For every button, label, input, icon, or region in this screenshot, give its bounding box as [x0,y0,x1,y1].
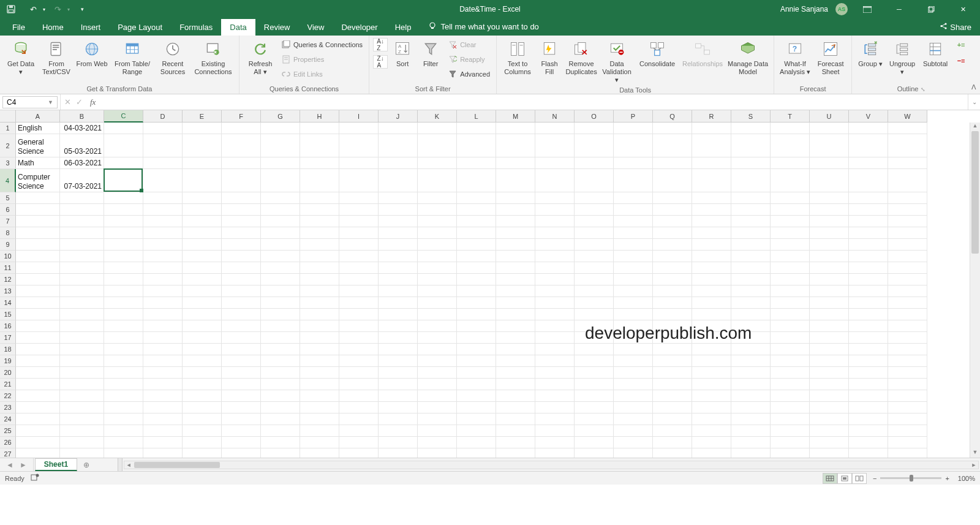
cell[interactable] [771,320,810,332]
cell[interactable] [653,425,692,437]
cell[interactable] [457,297,496,309]
cell[interactable] [183,169,222,192]
cell[interactable] [614,309,653,320]
cell[interactable] [653,402,692,414]
cell[interactable] [60,239,104,251]
cell[interactable] [810,390,849,402]
cell[interactable] [222,262,261,274]
row-header[interactable]: 24 [0,414,16,425]
row-header[interactable]: 20 [0,367,16,379]
cell[interactable] [771,251,810,262]
cell[interactable] [535,251,575,262]
cell[interactable] [104,251,143,262]
cell[interactable] [300,227,339,239]
cell[interactable] [849,379,888,390]
cell[interactable] [379,297,418,309]
cell[interactable]: General Science [16,134,60,157]
cell[interactable] [261,157,300,169]
ungroup-button[interactable]: Ungroup ▾ [886,38,918,77]
cell[interactable] [183,390,222,402]
cell[interactable] [339,285,379,297]
cell[interactable] [457,402,496,414]
cell[interactable] [653,239,692,251]
cell[interactable] [849,251,888,262]
cell[interactable] [222,169,261,192]
cell[interactable] [849,157,888,169]
cell[interactable] [692,169,731,192]
cell[interactable] [339,379,379,390]
cell[interactable] [810,320,849,332]
cell[interactable] [183,192,222,204]
cell[interactable] [496,216,535,227]
cell[interactable] [810,367,849,379]
cell[interactable] [810,344,849,355]
row-header[interactable]: 22 [0,390,16,402]
cell[interactable] [653,379,692,390]
cell[interactable] [457,239,496,251]
cell[interactable] [222,355,261,367]
cell[interactable] [614,285,653,297]
column-header[interactable]: G [261,110,300,123]
cell[interactable] [771,274,810,285]
cell[interactable] [653,157,692,169]
cell[interactable] [104,332,143,344]
cell[interactable] [300,379,339,390]
cell[interactable] [183,134,222,157]
cell[interactable] [418,274,457,285]
cell[interactable] [379,414,418,425]
cell[interactable] [888,157,927,169]
cell[interactable] [849,204,888,216]
cell[interactable] [535,355,575,367]
cell[interactable] [183,123,222,134]
cell[interactable] [771,204,810,216]
cell[interactable] [810,157,849,169]
cell[interactable] [261,437,300,448]
cell[interactable] [614,204,653,216]
page-layout-view-icon[interactable] [837,473,852,484]
cell[interactable] [810,169,849,192]
cell[interactable] [888,414,927,425]
cell[interactable] [496,251,535,262]
reapply-button[interactable]: Reapply [445,53,492,66]
cell[interactable] [60,204,104,216]
cell[interactable] [16,297,60,309]
cell[interactable] [653,285,692,297]
cell[interactable] [104,367,143,379]
cell[interactable] [496,414,535,425]
cell[interactable] [535,204,575,216]
cell[interactable] [16,437,60,448]
cell[interactable] [771,227,810,239]
cell[interactable] [810,425,849,437]
what-if-button[interactable]: ? What-If Analysis ▾ [778,38,812,77]
cell[interactable] [653,251,692,262]
cell[interactable] [771,355,810,367]
formula-input[interactable] [99,96,968,108]
cell[interactable] [183,355,222,367]
cell[interactable] [457,169,496,192]
cell[interactable] [771,437,810,448]
cell[interactable] [692,134,731,157]
cell[interactable] [535,262,575,274]
cell[interactable] [379,123,418,134]
cell[interactable] [300,216,339,227]
cell[interactable] [692,285,731,297]
row-header[interactable]: 12 [0,274,16,285]
cell[interactable] [300,297,339,309]
cell[interactable] [418,251,457,262]
cell[interactable] [418,309,457,320]
column-header[interactable]: R [692,110,731,123]
cell[interactable] [692,379,731,390]
cell[interactable] [810,123,849,134]
cell[interactable] [535,157,575,169]
cell[interactable] [771,332,810,344]
cell[interactable] [261,169,300,192]
cell[interactable] [653,204,692,216]
cell[interactable] [379,274,418,285]
cell[interactable] [692,274,731,285]
cell[interactable] [300,134,339,157]
cell[interactable] [104,320,143,332]
cell[interactable] [575,309,614,320]
cell[interactable] [339,274,379,285]
cell[interactable] [339,169,379,192]
cell[interactable] [379,379,418,390]
